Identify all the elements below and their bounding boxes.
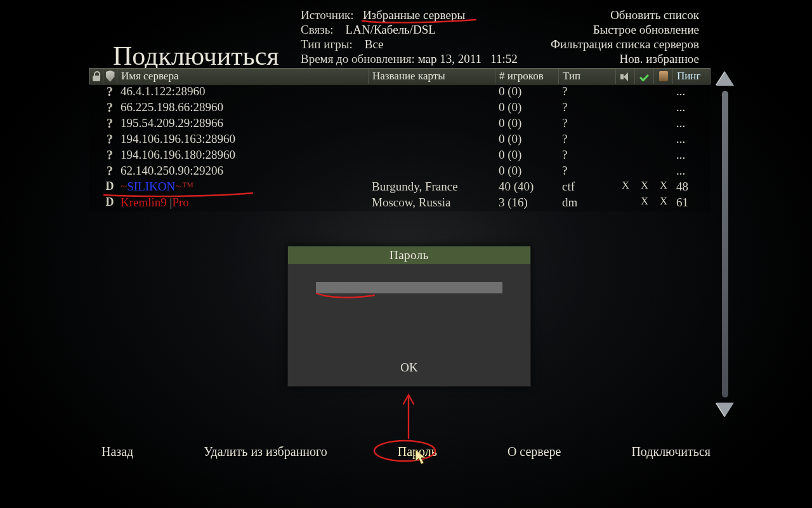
speaker-icon <box>620 72 631 81</box>
table-row[interactable]: D Kremlin9 |Pro Moscow, Russia 3 (16) dm… <box>89 196 710 211</box>
source-value[interactable]: Избранные серверы <box>363 8 465 22</box>
action-menu: Обновить список Быстрое обновление Фильт… <box>551 8 699 66</box>
hardware-icon <box>659 71 668 81</box>
scrollbar[interactable] <box>716 68 735 420</box>
conn-label: Связь: <box>301 23 334 36</box>
server-players: 0 (0) <box>495 84 558 100</box>
server-rows: ? 46.4.1.122:28960 0 (0) ? ... ? 66.225.… <box>89 84 710 211</box>
col-check[interactable] <box>635 69 654 84</box>
server-players: 3 (16) <box>495 196 558 211</box>
table-row[interactable]: ? 66.225.198.66:28960 0 (0) ? ... <box>89 100 710 116</box>
table-row[interactable]: D ~SILIKON~™ Burgundy, France 40 (40) ct… <box>89 180 710 196</box>
table-row[interactable]: ? 46.4.1.122:28960 0 (0) ? ... <box>89 84 710 100</box>
table-row[interactable]: ? 195.54.209.29:28966 0 (0) ? ... <box>89 116 710 132</box>
lock-icon <box>92 71 101 81</box>
server-ping: ... <box>672 84 710 100</box>
gametype-value[interactable]: Все <box>365 37 384 51</box>
refresh-label: Время до обновления: <box>301 52 415 65</box>
status-icon: ? <box>103 164 117 180</box>
server-ping: 48 <box>672 180 710 196</box>
status-icon: ? <box>103 132 117 148</box>
server-type: dm <box>558 196 615 211</box>
server-type: ? <box>558 84 615 100</box>
table-row[interactable]: ? 194.106.196.163:28960 0 (0) ? ... <box>89 132 710 148</box>
password-button[interactable]: Пароль <box>398 444 437 459</box>
source-label: Источник: <box>301 8 354 22</box>
col-shield[interactable] <box>103 69 117 84</box>
connect-button[interactable]: Подключиться <box>631 444 710 459</box>
scroll-down-icon[interactable] <box>716 403 734 417</box>
ok-button[interactable]: OK <box>288 361 530 375</box>
new-favorite-button[interactable]: Нов. избранное <box>551 51 699 66</box>
refresh-value: мар 13, 2011 11:52 <box>418 52 518 65</box>
server-name: Kremlin9 |Pro <box>117 196 368 211</box>
scroll-track[interactable] <box>722 91 728 398</box>
connection-info: Источник: Избранные серверы Связь: LAN/К… <box>301 8 518 66</box>
server-name: 66.225.198.66:28960 <box>117 100 368 116</box>
status-icon: D <box>103 180 117 196</box>
col-voice[interactable] <box>616 69 635 84</box>
server-name: 194.106.196.163:28960 <box>117 132 368 148</box>
password-dialog: Пароль OK <box>287 246 531 387</box>
server-name: 194.106.196.180:28960 <box>117 148 368 164</box>
server-map <box>368 84 495 100</box>
table-row[interactable]: ? 194.106.196.180:28960 0 (0) ? ... <box>89 148 710 164</box>
col-hardware[interactable] <box>654 69 673 84</box>
back-button[interactable]: Назад <box>102 444 133 459</box>
col-type[interactable]: Тип <box>559 69 616 84</box>
page-title: Подключиться <box>113 41 279 71</box>
conn-value[interactable]: LAN/Кабель/DSL <box>346 23 436 36</box>
server-list-header: Имя сервера Название карты # игроков Тип… <box>89 68 710 84</box>
footer-buttons: Назад Удалить из избранного Пароль О сер… <box>89 444 723 459</box>
quick-refresh-button[interactable]: Быстрое обновление <box>551 22 699 37</box>
refresh-list-button[interactable]: Обновить список <box>551 8 699 22</box>
delete-favorite-button[interactable]: Удалить из избранного <box>204 444 327 459</box>
filter-servers-button[interactable]: Фильтрация списка серверов <box>551 37 699 51</box>
col-players[interactable]: # игроков <box>495 69 559 84</box>
status-icon: ? <box>103 84 117 100</box>
server-name: 62.140.250.90:29206 <box>117 164 368 180</box>
col-lock[interactable] <box>89 69 103 84</box>
col-ping[interactable]: Пинг <box>673 69 711 84</box>
gametype-label: Тип игры: <box>301 37 353 51</box>
col-map[interactable]: Название карты <box>369 69 495 84</box>
server-name: 195.54.209.29:28966 <box>117 116 368 132</box>
scroll-up-icon[interactable] <box>716 72 734 86</box>
password-input[interactable] <box>316 282 502 293</box>
server-name: 46.4.1.122:28960 <box>117 84 368 100</box>
shield-icon <box>106 70 115 82</box>
col-name[interactable]: Имя сервера <box>117 69 369 84</box>
server-type: ctf <box>558 180 615 196</box>
server-map: Burgundy, France <box>368 180 495 196</box>
table-row[interactable]: ? 62.140.250.90:29206 0 (0) ? ... <box>89 164 710 180</box>
status-icon: ? <box>103 100 117 116</box>
server-players: 40 (40) <box>495 180 558 196</box>
status-icon: ? <box>103 148 117 164</box>
status-icon: ? <box>103 116 117 132</box>
server-name: ~SILIKON~™ <box>117 180 368 196</box>
server-map: Moscow, Russia <box>368 196 495 211</box>
server-ping: 61 <box>672 196 710 211</box>
about-server-button[interactable]: О сервере <box>508 444 561 459</box>
checkmark-icon <box>639 72 650 81</box>
status-icon: D <box>103 196 117 211</box>
dialog-title: Пароль <box>288 246 530 264</box>
